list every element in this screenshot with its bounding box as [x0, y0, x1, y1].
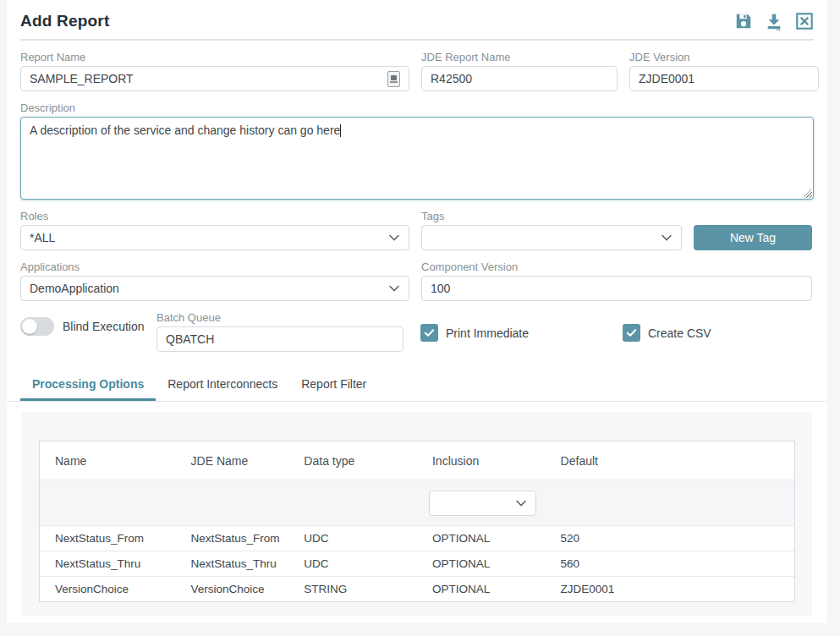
cell-jde-name: NextStatus_From: [176, 526, 289, 551]
create-csv-checkbox[interactable]: Create CSV: [623, 324, 711, 342]
column-header-jde-name: JDE Name: [176, 441, 289, 480]
column-header-name: Name: [40, 441, 176, 480]
description-field: Description A description of the service…: [20, 101, 814, 200]
cell-default: 560: [546, 551, 794, 576]
row-names: Report Name SAMPLE_REPORT JDE Report Nam…: [20, 51, 814, 91]
jde-version-label: JDE Version: [629, 51, 819, 63]
applications-select[interactable]: DemoApplication: [20, 276, 409, 301]
cell-default: ZJDE0001: [546, 577, 794, 601]
roles-select[interactable]: *ALL: [20, 225, 409, 250]
tab-report-filter[interactable]: Report Filter: [289, 369, 378, 401]
applications-field: Applications DemoApplication: [20, 260, 409, 301]
blind-execution-label: Blind Execution: [63, 320, 145, 333]
jde-report-name-value: R42500: [431, 72, 472, 85]
jde-version-input[interactable]: ZJDE0001: [629, 66, 819, 91]
chevron-down-icon: [661, 232, 673, 244]
report-name-input[interactable]: SAMPLE_REPORT: [20, 66, 409, 91]
description-value: A description of the service and change …: [30, 123, 340, 137]
cell-name: NextStatus_Thru: [40, 551, 176, 576]
report-name-field: Report Name SAMPLE_REPORT: [20, 51, 409, 91]
column-header-data-type: Data type: [288, 441, 417, 480]
tags-select[interactable]: [421, 225, 682, 250]
print-immediate-checkbox[interactable]: Print Immediate: [420, 324, 623, 342]
description-label: Description: [20, 101, 814, 114]
roles-field: Roles *ALL: [20, 210, 409, 250]
new-tag-button[interactable]: New Tag: [694, 225, 812, 250]
chevron-down-icon: [515, 497, 527, 509]
processing-options-panel: Name JDE Name Data type Inclusion Defaul…: [22, 412, 812, 616]
component-version-value: 100: [431, 282, 450, 295]
tags-field: Tags: [421, 210, 682, 250]
add-report-dialog: Add Report: [7, 0, 827, 623]
cell-data-type: UDC: [288, 526, 417, 551]
roles-value: *ALL: [30, 226, 55, 249]
tags-label: Tags: [421, 210, 682, 222]
cell-jde-name: VersionChoice: [176, 577, 289, 601]
row-applications: Applications DemoApplication Component V…: [20, 260, 814, 301]
tab-report-interconnects[interactable]: Report Interconnects: [156, 369, 289, 401]
create-csv-label: Create CSV: [648, 326, 711, 340]
table-filter-row: [40, 480, 794, 525]
column-header-inclusion: Inclusion: [417, 441, 546, 480]
table-header-row: Name JDE Name Data type Inclusion Defaul…: [40, 441, 794, 480]
page-title: Add Report: [20, 12, 109, 30]
description-textarea[interactable]: A description of the service and change …: [20, 117, 814, 200]
inclusion-filter-select[interactable]: [429, 491, 536, 516]
resize-grip-icon[interactable]: [804, 189, 811, 197]
save-icon[interactable]: [734, 12, 753, 30]
table-row[interactable]: NextStatus_Thru NextStatus_Thru UDC OPTI…: [40, 551, 794, 576]
cell-data-type: STRING: [288, 577, 417, 601]
jde-version-field: JDE Version ZJDE0001: [629, 51, 819, 91]
tab-processing-options[interactable]: Processing Options: [20, 369, 156, 401]
cell-name: VersionChoice: [40, 577, 176, 601]
chevron-down-icon: [388, 232, 400, 244]
processing-options-table: Name JDE Name Data type Inclusion Defaul…: [39, 441, 795, 602]
jde-version-value: ZJDE0001: [639, 72, 695, 85]
roles-label: Roles: [20, 210, 409, 222]
download-icon[interactable]: [765, 12, 783, 30]
cell-name: NextStatus_From: [40, 526, 176, 551]
jde-report-name-label: JDE Report Name: [421, 51, 618, 63]
column-header-default: Default: [546, 441, 794, 480]
jde-report-name-input[interactable]: R42500: [421, 66, 618, 91]
report-name-value: SAMPLE_REPORT: [30, 67, 134, 90]
applications-value: DemoApplication: [30, 277, 119, 300]
cell-inclusion: OPTIONAL: [417, 551, 546, 576]
cell-inclusion: OPTIONAL: [417, 526, 546, 551]
blind-execution-toggle[interactable]: [20, 317, 54, 336]
autofill-icon: [387, 71, 400, 87]
new-tag-field: New Tag: [694, 210, 812, 250]
table-row[interactable]: NextStatus_From NextStatus_From UDC OPTI…: [40, 525, 794, 551]
header-actions: [734, 12, 814, 30]
table-row[interactable]: VersionChoice VersionChoice STRING OPTIO…: [40, 576, 794, 601]
print-immediate-label: Print Immediate: [446, 326, 529, 340]
close-icon[interactable]: [795, 12, 814, 30]
applications-label: Applications: [20, 260, 409, 273]
row-roles-tags: Roles *ALL Tags New Tag: [20, 210, 814, 250]
report-name-label: Report Name: [20, 51, 409, 63]
report-form: Report Name SAMPLE_REPORT JDE Report Nam…: [20, 41, 814, 352]
component-version-field: Component Version 100: [421, 260, 812, 301]
chevron-down-icon: [388, 282, 400, 294]
cell-data-type: UDC: [288, 551, 417, 576]
batch-queue-input[interactable]: QBATCH: [156, 326, 404, 352]
row-execution-options: Blind Execution Batch Queue QBATCH Print…: [20, 311, 814, 352]
cell-default: 520: [546, 526, 794, 551]
checkbox-checked-icon: [623, 324, 640, 342]
batch-queue-label: Batch Queue: [156, 311, 420, 324]
jde-report-name-field: JDE Report Name R42500: [421, 51, 618, 91]
text-cursor: [340, 124, 341, 137]
dialog-header: Add Report: [20, 0, 814, 41]
checkbox-checked-icon: [420, 324, 438, 342]
cell-jde-name: NextStatus_Thru: [176, 551, 289, 576]
batch-queue-field: Batch Queue QBATCH: [156, 311, 420, 352]
toggle-knob-icon: [22, 319, 37, 334]
cell-inclusion: OPTIONAL: [417, 577, 546, 601]
component-version-input[interactable]: 100: [421, 276, 812, 301]
component-version-label: Component Version: [421, 260, 812, 273]
tab-bar: Processing Options Report Interconnects …: [7, 369, 827, 402]
batch-queue-value: QBATCH: [166, 332, 214, 346]
blind-execution-group: Blind Execution: [20, 317, 156, 336]
